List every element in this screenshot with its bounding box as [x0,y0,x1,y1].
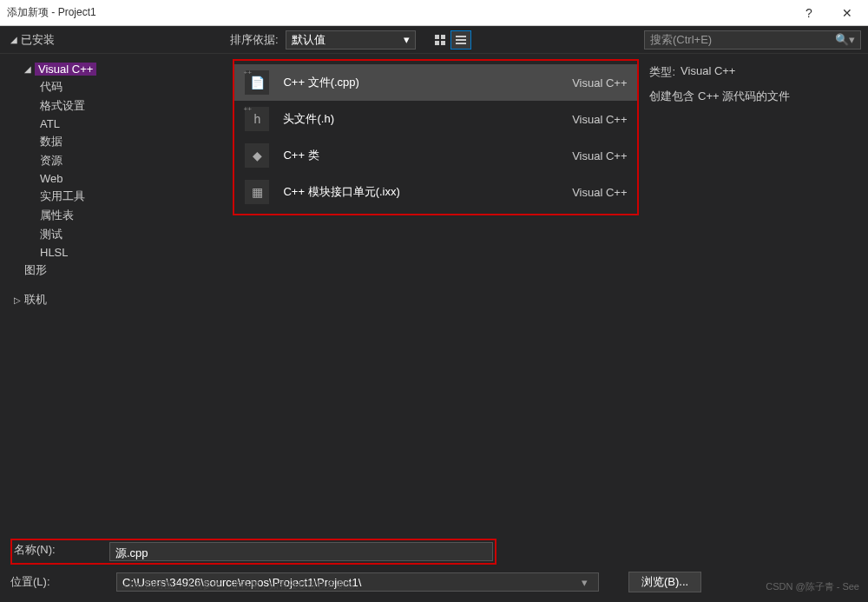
sidebar-item-online[interactable]: ▷ 联机 [10,290,229,309]
location-label: 位置(L): [10,574,106,590]
chevron-down-icon: ◢ [24,64,31,74]
template-label: C++ 模块接口单元(.ixx) [283,184,558,200]
template-icon: ++h [245,107,269,131]
template-label: 头文件(.h) [283,111,558,127]
sidebar-item-9[interactable]: HLSL [10,244,229,261]
list-view-button[interactable] [450,30,471,50]
template-row-1[interactable]: ++h头文件(.h)Visual C++ [234,101,637,137]
type-label: 类型: [649,64,675,80]
chevron-right-icon: ▷ [14,295,21,305]
name-input[interactable]: 源.cpp [109,542,493,561]
sidebar-item-0[interactable]: 代码 [10,77,229,96]
search-icon: 🔍▾ [835,33,855,46]
close-button[interactable]: ✕ [833,6,861,20]
sort-dropdown[interactable]: 默认值 ▾ [286,30,416,50]
sidebar-item-8[interactable]: 测试 [10,225,229,244]
sidebar-item-5[interactable]: Web [10,170,229,187]
svg-rect-1 [441,35,445,39]
grid-view-button[interactable] [430,30,450,50]
sidebar-item-4[interactable]: 资源 [10,151,229,170]
template-row-2[interactable]: ◆C++ 类Visual C++ [234,137,637,174]
sidebar-item-7[interactable]: 属性表 [10,206,229,225]
template-label: C++ 类 [283,148,558,163]
sidebar-item-3[interactable]: 数据 [10,132,229,151]
chevron-down-icon[interactable]: ▾ [575,576,593,589]
svg-rect-2 [435,41,439,45]
template-tag: Visual C++ [572,149,627,162]
template-row-0[interactable]: ++📄C++ 文件(.cpp)Visual C++ [234,64,637,101]
search-input[interactable]: 搜索(Ctrl+E) 🔍▾ [644,30,861,50]
svg-rect-3 [441,41,445,45]
sidebar-item-visual-cpp[interactable]: ◢ Visual C++ [10,61,229,77]
template-label: C++ 文件(.cpp) [283,75,558,90]
svg-rect-6 [456,43,466,44]
watermark-note: .com 网络图片仅供参考，非存储，如有侵权请联系删除。 [122,579,365,592]
details-panel: 类型: Visual C++ 创建包含 C++ 源代码的文件 [642,54,868,535]
type-description: 创建包含 C++ 源代码的文件 [649,89,790,104]
titlebar: 添加新项 - Project1 ? ✕ [0,0,868,26]
installed-header[interactable]: ◢ 已安装 [7,32,55,48]
toolbar: ◢ 已安装 排序依据: 默认值 ▾ 搜索(Ctrl+E) 🔍▾ [0,26,868,54]
sidebar-item-6[interactable]: 实用工具 [10,187,229,206]
template-tag: Visual C++ [572,113,627,126]
sort-label: 排序依据: [230,32,279,48]
svg-rect-5 [456,39,466,41]
chevron-down-icon: ▾ [404,33,410,46]
help-button[interactable]: ? [795,6,823,20]
name-label: 名称(N): [14,542,109,561]
sidebar-item-2[interactable]: ATL [10,116,229,132]
type-value: Visual C++ [681,64,735,80]
svg-rect-0 [435,35,439,39]
browse-button[interactable]: 浏览(B)... [628,572,701,592]
template-tag: Visual C++ [572,186,627,199]
template-list: ++📄C++ 文件(.cpp)Visual C++++h头文件(.h)Visua… [233,59,639,215]
chevron-down-icon: ◢ [10,35,17,44]
window-title: 添加新项 - Project1 [7,5,795,20]
sidebar-item-1[interactable]: 格式设置 [10,96,229,116]
template-icon: ◆ [245,143,269,168]
sidebar-item-graphics[interactable]: 图形 [10,261,229,280]
template-row-3[interactable]: ▦C++ 模块接口单元(.ixx)Visual C++ [234,174,637,210]
watermark: CSDN @陈子青 - See [766,580,859,593]
svg-rect-4 [456,36,466,37]
template-tag: Visual C++ [572,76,627,89]
sidebar: ◢ Visual C++ 代码格式设置ATL数据资源Web实用工具属性表测试HL… [0,54,229,535]
template-icon: ++📄 [245,70,269,95]
template-icon: ▦ [245,180,269,204]
